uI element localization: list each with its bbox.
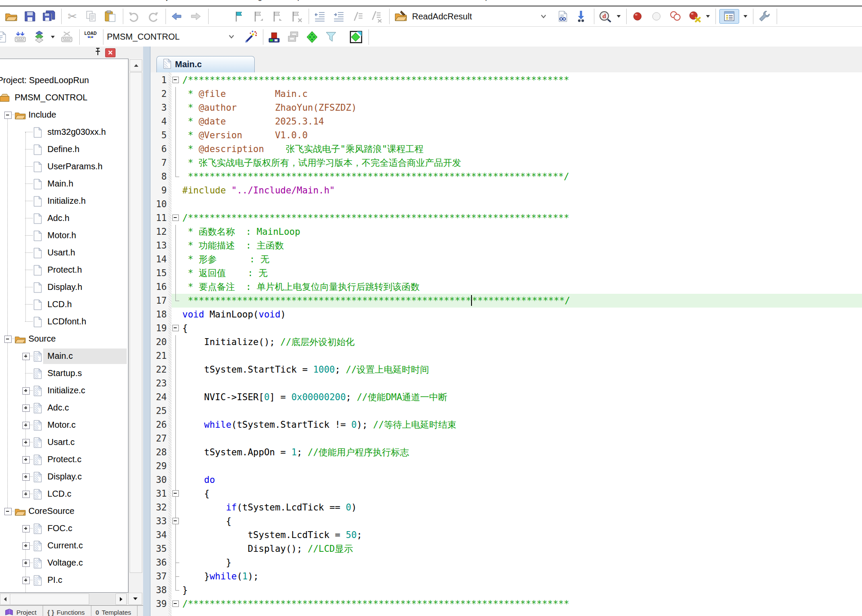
expand-box-icon[interactable] [22,439,30,446]
code-line-34[interactable]: 34 tSystem.LcdTick = 50; [150,528,862,542]
tree-item-initialize-h[interactable]: Initialize.h [0,193,128,210]
tree-item-protect-c[interactable]: Protect.c [0,451,128,468]
vertical-scroll-thumb[interactable] [130,72,142,573]
target-combo[interactable]: PMSM_CONTROL [107,30,224,44]
code-line-24[interactable]: 24 NVIC->ISER[0] = 0x00000200; //使能DMA通道… [150,390,862,404]
redo-button[interactable] [146,9,160,23]
tree-item-usart-c[interactable]: Usart.c [0,434,128,451]
code-line-32[interactable]: 32 if(tSystem.LcdTick == 0) [150,501,862,514]
comment-button[interactable] [350,9,365,23]
uncomment-button[interactable] [369,9,384,23]
bookmark-toggle-button[interactable] [232,9,247,23]
code-line-12[interactable]: 12 * 函数名称 : MainLoop [150,225,862,239]
fold-toggle-icon[interactable] [172,211,180,225]
panel-splitter[interactable] [143,47,150,616]
tree-item-define-h[interactable]: Define.h [0,141,128,158]
disable-all-breakpoints-button[interactable] [668,9,683,23]
expand-box-icon[interactable] [22,422,30,429]
scroll-down-button[interactable] [128,593,142,605]
menu-item-peripherals[interactable]: Peripherals [284,0,322,2]
tree-item-usart-h[interactable]: Usart.h [0,244,128,261]
menu-item-tools[interactable]: Tools [344,0,361,2]
fold-toggle-icon[interactable] [172,321,180,335]
flash-download-button[interactable] [267,30,281,44]
tree-item-foc-c[interactable]: FOC.c [0,520,128,537]
tree-item-adc-c[interactable]: Adc.c [0,399,128,417]
code-line-29[interactable]: 29 [150,459,862,473]
tree-item-voltage-c[interactable]: Voltage.c [0,554,128,572]
code-line-7[interactable]: 7 * 张飞实战电子版权所有，试用学习版本，不完全适合商业产品开发 [150,156,862,170]
collapse-box-icon[interactable] [4,112,12,119]
code-area[interactable]: 1/**************************************… [150,72,862,616]
tree-item-main-c[interactable]: Main.c [0,348,128,365]
open-file-button[interactable] [3,9,18,23]
find-in-files-button[interactable] [393,9,408,23]
expand-box-icon[interactable] [22,525,30,532]
fold-toggle-icon[interactable] [172,73,180,87]
save-button[interactable] [22,9,37,23]
tree-item-main-h[interactable]: Main.h [0,175,128,193]
translate-button[interactable] [0,30,9,44]
code-line-18[interactable]: 18void MainLoop(void) [150,308,862,321]
tree-item-stm32g030xx-h[interactable]: stm32g030xx.h [0,124,128,141]
code-line-14[interactable]: 14 * 形参 : 无 [150,252,862,266]
code-line-35[interactable]: 35 Display(); //LCD显示 [150,542,862,556]
tree-item-include[interactable]: Include [0,106,128,124]
tree-item-current-c[interactable]: Current.c [0,537,128,554]
menu-item-debug[interactable]: Debug [240,0,262,2]
expand-box-icon[interactable] [22,560,30,567]
target-options-button[interactable] [243,30,258,44]
dropdown-caret-icon[interactable] [617,9,622,23]
tree-horizontal-scrollbar[interactable] [0,593,128,606]
code-line-3[interactable]: 3 * @author ZhaoYun(ZFSZDZ) [150,101,862,115]
bookmark-clear-button[interactable] [289,9,303,23]
incremental-find-button[interactable] [574,9,589,23]
code-line-17[interactable]: 17 *************************************… [150,294,862,308]
batch-build-button[interactable] [59,30,74,44]
expand-box-icon[interactable] [22,577,30,584]
code-line-36[interactable]: 36 } [150,556,862,569]
bookmark-prev-button[interactable] [251,9,265,23]
tree-item-adc-h[interactable]: Adc.h [0,210,128,227]
download-button[interactable]: LOAD [83,30,98,44]
manage-windows-button[interactable] [286,30,300,44]
code-line-15[interactable]: 15 * 返回值 : 无 [150,266,862,280]
expand-box-icon[interactable] [22,542,30,550]
tree-item-coresource[interactable]: CoreSource [0,503,128,520]
menu-item-help[interactable]: Help [474,0,489,2]
fold-toggle-icon[interactable] [172,514,180,528]
tree-item-motor-h[interactable]: Motor.h [0,227,128,244]
search-combo[interactable]: ReadAdcResult [412,9,536,23]
tree-item-display-h[interactable]: Display.h [0,279,128,296]
code-line-10[interactable]: 10 [150,197,862,211]
code-line-25[interactable]: 25 [150,404,862,418]
filter-button[interactable] [324,30,338,44]
pin-icon[interactable] [94,47,102,58]
window-layout-button[interactable] [719,9,739,24]
build-button[interactable] [13,30,28,44]
tree-item-startup-s[interactable]: Startup.s [0,365,128,382]
copy-button[interactable] [84,9,99,23]
code-line-11[interactable]: 11/*************************************… [150,211,862,225]
tree-vertical-scrollbar[interactable] [128,59,143,593]
indent-button[interactable] [331,9,346,23]
scroll-left-button[interactable] [0,594,10,605]
code-line-30[interactable]: 30 do [150,473,862,487]
code-line-37[interactable]: 37 }while(1); [150,569,862,583]
code-line-33[interactable]: 33 { [150,514,862,528]
code-line-4[interactable]: 4 * @date 2025.3.14 [150,115,862,128]
tree-item-pmsm-control[interactable]: PMSM_CONTROL [0,89,128,106]
scroll-right-button[interactable] [116,594,127,605]
expand-box-icon[interactable] [22,353,30,360]
tree-item-project-speedlooprun[interactable]: Project: SpeedLoopRun [0,72,128,89]
dropdown-caret-icon[interactable] [706,9,711,23]
code-line-22[interactable]: 22 tSystem.StartTick = 1000; //设置上电延时时间 [150,363,862,376]
tree-item-lcd-c[interactable]: LCD.c [0,485,128,503]
code-line-5[interactable]: 5 * @Version V1.0.0 [150,128,862,142]
bookmark-next-button[interactable] [270,9,284,23]
tree-item-source[interactable]: Source [0,330,128,348]
core-view-button[interactable] [349,30,363,44]
code-line-19[interactable]: 19{ [150,321,862,335]
collapse-box-icon[interactable] [4,508,12,515]
menu-item-flash[interactable]: Flash [200,0,218,2]
